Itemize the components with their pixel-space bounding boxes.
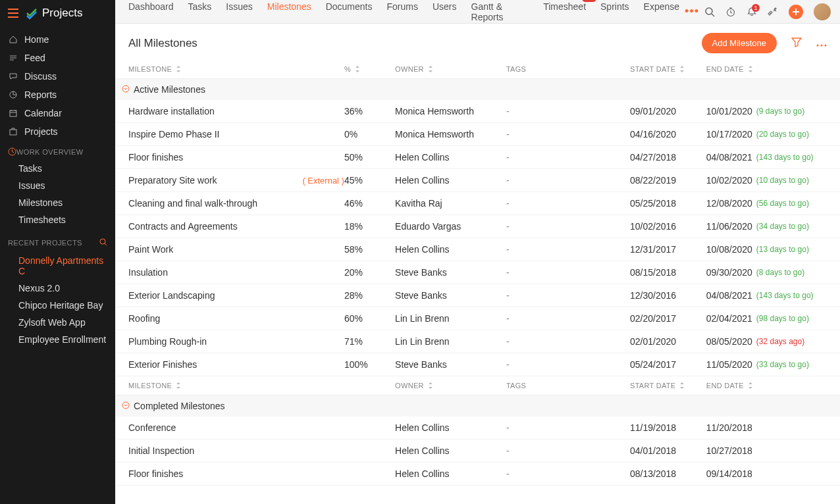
milestone-name: Inspire Demo Phase II — [128, 129, 220, 139]
table-row[interactable]: Roofing60%Lin Lin Brenn-02/20/201702/04/… — [115, 307, 840, 330]
col-owner[interactable]: OWNER — [395, 65, 424, 73]
sidebar-sub-issues[interactable]: Issues — [0, 177, 115, 194]
sidebar-item-feed[interactable]: Feed — [0, 49, 115, 67]
col-milestone[interactable]: MILESTONE — [128, 65, 172, 73]
milestone-start: 12/30/2016 — [630, 290, 706, 301]
milestone-owner: Eduardo Vargas — [395, 221, 506, 232]
bell-icon[interactable]: 1 — [747, 7, 757, 17]
table-row[interactable]: Cleaning and final walk-through46%Kavith… — [115, 192, 840, 215]
sort-icon[interactable] — [176, 382, 181, 389]
timer-icon[interactable] — [725, 7, 736, 17]
milestone-end: 10/27/2018 — [706, 445, 752, 456]
table-row[interactable]: Floor finishes50%Helen Collins-04/27/201… — [115, 146, 840, 169]
milestone-name: Floor finishes — [128, 152, 183, 163]
table-row[interactable]: Preparatory Site work( External )45%Hele… — [115, 169, 840, 192]
topbar: DashboardTasksIssuesMilestonesDocumentsF… — [115, 0, 840, 24]
sort-icon[interactable] — [748, 382, 753, 389]
sidebar-item-label: Discuss — [24, 71, 57, 82]
milestone-start: 08/15/2018 — [630, 267, 706, 278]
milestone-name: Preparatory Site work — [128, 175, 217, 186]
col-start[interactable]: START DATE — [630, 382, 675, 390]
group-header[interactable]: Active Milestones — [115, 79, 840, 100]
milestone-owner: Monica Hemsworth — [395, 106, 506, 116]
col-owner[interactable]: OWNER — [395, 382, 424, 390]
tab-gantt-reports[interactable]: Gantt & Reports — [471, 0, 529, 28]
group-header[interactable]: Completed Milestones — [115, 395, 840, 416]
tab-forums[interactable]: Forums — [387, 0, 418, 28]
sidebar-item-projects[interactable]: Projects — [0, 122, 115, 141]
table-row[interactable]: Initial InspectionHelen Collins-04/01/20… — [115, 440, 840, 463]
recent-project-item[interactable]: Donnelly Apartments C — [0, 252, 115, 280]
sort-icon[interactable] — [748, 66, 753, 72]
svg-point-10 — [122, 86, 129, 92]
tab-expense[interactable]: Expense — [644, 0, 679, 28]
col-tags[interactable]: TAGS — [506, 65, 526, 73]
col-milestone[interactable]: MILESTONE — [128, 382, 172, 390]
col-start[interactable]: START DATE — [630, 65, 675, 73]
milestone-start: 04/01/2018 — [630, 445, 706, 456]
tab-tasks[interactable]: Tasks — [188, 0, 212, 28]
table-row[interactable]: Inspire Demo Phase II0%Monica Hemsworth-… — [115, 123, 840, 146]
table-row[interactable]: Paint Work58%Helen Collins-12/31/201710/… — [115, 238, 840, 261]
tab-sprints[interactable]: Sprints — [600, 0, 629, 28]
sidebar-sub-tasks[interactable]: Tasks — [0, 160, 115, 177]
milestone-pct: 58% — [344, 244, 395, 255]
table-row[interactable]: Floor finishesHelen Collins-08/13/201809… — [115, 463, 840, 486]
milestone-end: 10/08/2020 — [706, 244, 752, 255]
milestone-tags: - — [506, 129, 630, 139]
milestone-name: Hardware installation — [128, 106, 215, 116]
col-pct[interactable]: % — [344, 65, 351, 73]
user-avatar[interactable] — [814, 3, 831, 20]
recent-project-item[interactable]: Chipco Heritage Bay — [0, 297, 115, 314]
recent-project-item[interactable]: Nexus 2.0 — [0, 280, 115, 297]
hamburger-icon[interactable] — [8, 9, 18, 18]
more-actions-icon[interactable] — [816, 38, 827, 49]
app-logo[interactable]: Projects — [25, 7, 82, 20]
table-row[interactable]: Plumbing Rough-in71%Lin Lin Brenn-02/01/… — [115, 330, 840, 353]
milestone-start: 02/01/2020 — [630, 336, 706, 347]
sidebar-item-calendar[interactable]: Calendar — [0, 104, 115, 122]
milestone-start: 09/01/2020 — [630, 106, 706, 116]
milestone-pct: 36% — [344, 106, 395, 116]
milestones-table[interactable]: MILESTONE%OWNERTAGSSTART DATEEND DATEAct… — [115, 60, 840, 504]
sidebar-item-discuss[interactable]: Discuss — [0, 67, 115, 86]
table-row[interactable]: Contracts and Agreements18%Eduardo Varga… — [115, 215, 840, 238]
table-row[interactable]: Exterior Finishes100%Steve Banks-05/24/2… — [115, 353, 840, 376]
home-icon — [8, 35, 18, 45]
col-end[interactable]: END DATE — [706, 382, 744, 390]
tab-issues[interactable]: Issues — [226, 0, 252, 28]
more-tabs-icon[interactable]: ••• — [685, 5, 699, 18]
table-row[interactable]: Hardware installation36%Monica Hemsworth… — [115, 100, 840, 123]
add-milestone-button[interactable]: Add Milestone — [702, 33, 777, 53]
sidebar-item-home[interactable]: Home — [0, 30, 115, 49]
sort-icon[interactable] — [679, 66, 685, 72]
recent-project-item[interactable]: Employee Enrollment — [0, 331, 115, 348]
milestone-tags: - — [506, 267, 630, 278]
sidebar-sub-milestones[interactable]: Milestones — [0, 194, 115, 211]
tab-milestones[interactable]: Milestones — [267, 0, 311, 28]
sort-icon[interactable] — [428, 66, 433, 72]
sidebar-item-reports[interactable]: Reports — [0, 86, 115, 104]
col-end[interactable]: END DATE — [706, 65, 744, 73]
milestone-tags: - — [506, 244, 630, 255]
add-button[interactable] — [789, 5, 803, 19]
table-row[interactable]: Insulation20%Steve Banks-08/15/201809/30… — [115, 261, 840, 284]
sort-icon[interactable] — [176, 66, 181, 72]
tab-users[interactable]: Users — [433, 0, 457, 28]
table-row[interactable]: ConferenceHelen Collins-11/19/201811/20/… — [115, 416, 840, 440]
clock-icon — [8, 147, 16, 156]
tab-dashboard[interactable]: Dashboard — [128, 0, 174, 28]
sort-icon[interactable] — [355, 66, 360, 72]
search-icon[interactable] — [704, 7, 715, 17]
tab-documents[interactable]: Documents — [326, 0, 373, 28]
settings-icon[interactable] — [768, 7, 778, 17]
sort-icon[interactable] — [679, 382, 685, 389]
col-tags[interactable]: TAGS — [506, 382, 526, 390]
recent-project-item[interactable]: Zylsoft Web App — [0, 314, 115, 331]
sidebar-sub-timesheets[interactable]: Timesheets — [0, 211, 115, 228]
tab-timesheet[interactable]: Timesheet99+ — [543, 0, 586, 28]
table-row[interactable]: Exterior Landscaping28%Steve Banks-12/30… — [115, 284, 840, 307]
search-icon[interactable] — [99, 238, 107, 248]
filter-icon[interactable] — [791, 37, 802, 49]
sort-icon[interactable] — [428, 382, 433, 389]
